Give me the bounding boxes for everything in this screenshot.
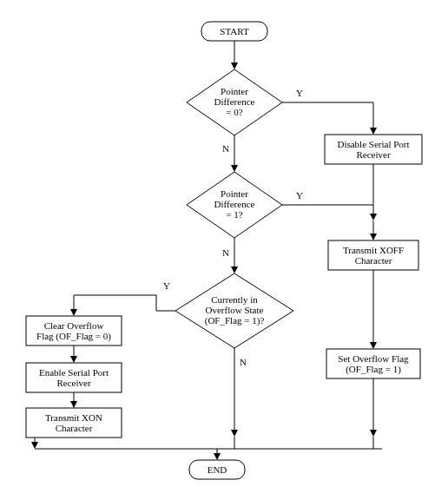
p-setof-t1: Set Overflow Flag [338, 353, 409, 364]
flowchart-svg: START Pointer Difference = 0? Y N Disabl… [0, 0, 448, 487]
svg-marker-4 [370, 128, 377, 135]
svg-marker-22 [70, 309, 77, 316]
end-label: END [208, 464, 227, 475]
start-label: START [220, 26, 249, 36]
dec1-n-label: N [222, 143, 229, 154]
p-txon-t2: Character [56, 423, 93, 433]
dec2-text3: = 1? [226, 209, 242, 220]
p-disable-t1: Disable Serial Port [337, 139, 409, 149]
dec2-text1: Pointer [221, 188, 248, 199]
p-clrof-t1: Clear Overflow [44, 320, 104, 331]
p-txoff-t2: Character [355, 255, 392, 266]
dec3-y-label: Y [163, 280, 170, 291]
p-enable-t1: Enable Serial Port [39, 367, 109, 378]
dec3-n-label: N [240, 357, 247, 367]
p-setof-t2: (OF_Flag = 1) [346, 364, 401, 375]
dec3-text2: Overflow State [206, 305, 264, 315]
dec3-text1: Currently in [211, 294, 258, 305]
svg-marker-26 [70, 401, 77, 408]
svg-marker-15 [370, 430, 377, 437]
dec2-text2: Difference [214, 199, 255, 209]
p-disable-t2: Receiver [356, 149, 390, 160]
dec1-y-label: Y [296, 88, 303, 98]
dec3-text3: (OF_Flag = 1)? [205, 315, 265, 326]
svg-marker-6 [370, 214, 377, 220]
p-clrof-t2: Flag (OF_Flag = 0) [36, 331, 111, 342]
svg-marker-13 [370, 342, 377, 349]
svg-marker-24 [70, 356, 77, 363]
dec1-text3: = 0? [226, 107, 242, 117]
svg-marker-17 [231, 267, 238, 273]
p-enable-t2: Receiver [56, 378, 90, 388]
dec1-text2: Difference [214, 96, 255, 107]
dec1-text1: Pointer [221, 86, 248, 96]
dec2-y-label: Y [296, 190, 303, 201]
svg-marker-8 [231, 165, 238, 172]
p-txoff-t1: Transmit XOFF [343, 245, 404, 255]
svg-marker-30 [231, 430, 238, 437]
dec2-n-label: N [222, 247, 229, 258]
svg-marker-28 [31, 442, 38, 449]
svg-marker-1 [231, 63, 238, 69]
svg-marker-11 [370, 234, 377, 240]
svg-marker-35 [214, 453, 221, 460]
p-txon-t1: Transmit XON [45, 412, 102, 423]
